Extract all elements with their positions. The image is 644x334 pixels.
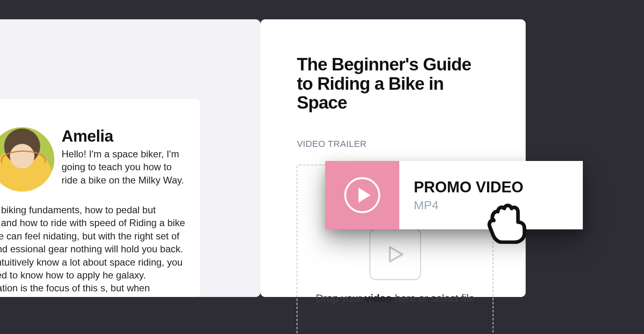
author-bio: Hello! I'm a space biker, I'm going to t… [62, 148, 188, 187]
dropzone-bold: video [365, 292, 392, 304]
page-title: The Beginner's Guide to Riding a Bike in… [297, 55, 482, 112]
course-content-card: Amelia Hello! I'm a space biker, I'm goi… [0, 99, 200, 297]
course-preview-panel: e Amelia Hello! I'm a space biker, I'm g… [0, 19, 260, 297]
author-row: Amelia Hello! I'm a space biker, I'm goi… [0, 127, 188, 192]
svg-marker-0 [390, 247, 402, 262]
dropzone-prefix: Drop your [316, 292, 364, 304]
author-name: Amelia [62, 127, 188, 145]
author-text: Amelia Hello! I'm a space biker, I'm goi… [62, 127, 188, 187]
grab-cursor-icon [484, 202, 532, 245]
dragged-file-card[interactable]: PROMO VIDEO MP4 [325, 161, 583, 229]
file-thumbnail [325, 161, 399, 229]
file-name: PROMO VIDEO [414, 179, 568, 196]
dropzone-suffix: here or select file [392, 292, 475, 304]
video-trailer-label: VIDEO TRAILER [297, 139, 493, 149]
svg-marker-2 [359, 188, 371, 203]
author-avatar [0, 127, 54, 192]
course-setup-panel: The Beginner's Guide to Riding a Bike in… [260, 19, 526, 297]
play-icon [343, 176, 381, 214]
dropzone-text: Drop your video here or select file [316, 291, 475, 305]
article-body: n space biking fundaments, how to pedal … [0, 204, 188, 297]
video-placeholder-icon [369, 229, 421, 280]
